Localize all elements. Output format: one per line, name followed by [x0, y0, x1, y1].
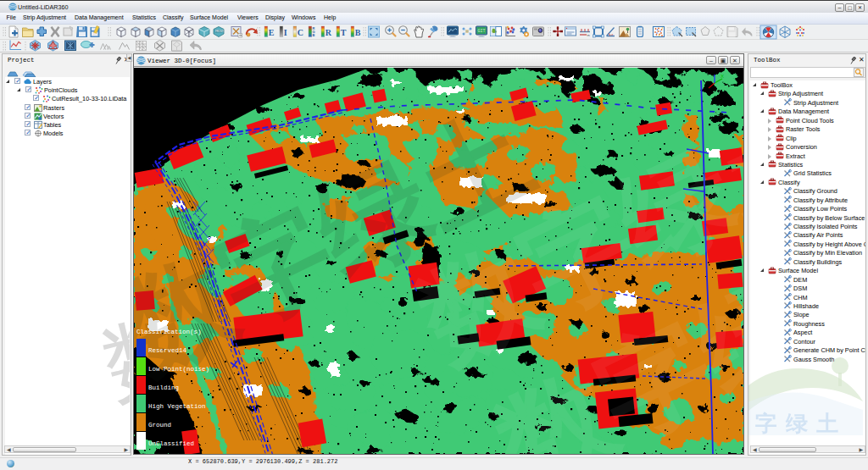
svg-text:B: B	[313, 33, 315, 37]
svg-text:X: X	[721, 74, 724, 79]
svg-text:a: a	[611, 32, 614, 36]
svg-text:I: I	[284, 28, 287, 37]
svg-text:GIT: GIT	[478, 29, 486, 34]
svg-text:B: B	[355, 28, 361, 37]
svg-text:T: T	[341, 28, 347, 37]
svg-text:UnClassified: UnClassified	[148, 440, 194, 447]
svg-text:High Vegetation: High Vegetation	[148, 403, 206, 410]
svg-text:C: C	[298, 28, 303, 37]
svg-text:Building: Building	[148, 384, 179, 391]
svg-text:R: R	[326, 28, 332, 37]
svg-text:E: E	[269, 28, 275, 37]
svg-text:字绿土: 字绿土	[755, 411, 847, 436]
svg-text:Reserved14: Reserved14	[148, 347, 187, 354]
svg-text:Low Point(noise): Low Point(noise)	[148, 366, 209, 373]
svg-text:FRONT: FRONT	[215, 30, 224, 33]
svg-text:Ground: Ground	[148, 422, 171, 429]
svg-text:Classification(s): Classification(s)	[136, 329, 202, 335]
svg-text:m: m	[587, 33, 591, 37]
